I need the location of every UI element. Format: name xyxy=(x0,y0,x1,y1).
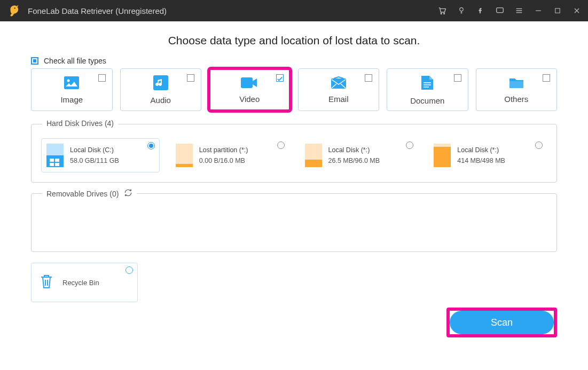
type-card-video[interactable]: Video xyxy=(209,68,291,111)
recycle-label: Recycle Bin xyxy=(62,279,99,287)
svg-rect-22 xyxy=(434,144,451,147)
type-label: Documen xyxy=(410,96,444,105)
app-logo-icon xyxy=(6,3,21,18)
disk-icon xyxy=(305,144,322,167)
recycle-radio[interactable] xyxy=(126,266,133,274)
disk-radio[interactable] xyxy=(147,142,155,149)
maximize-icon[interactable] xyxy=(553,6,562,15)
window-title: FoneLab Data Retriever (Unregistered) xyxy=(28,6,437,15)
svg-point-7 xyxy=(67,79,70,82)
type-card-document[interactable]: Documen xyxy=(387,68,468,111)
key-icon[interactable] xyxy=(457,6,466,15)
svg-rect-15 xyxy=(55,159,59,162)
disk-item-local2[interactable]: Local Disk (*:)414 MB/498 MB xyxy=(428,138,547,172)
svg-rect-19 xyxy=(176,164,193,167)
disk-item-local1[interactable]: Local Disk (*:)26.5 MB/96.0 MB xyxy=(300,138,418,172)
video-icon xyxy=(241,76,258,91)
disk-name: Local Disk (*:) xyxy=(457,145,505,155)
type-label: Image xyxy=(60,95,83,104)
disk-icon xyxy=(176,144,193,167)
refresh-icon[interactable] xyxy=(124,188,132,199)
document-icon xyxy=(420,75,434,93)
removable-section: Removable Drives (0) xyxy=(31,193,557,252)
type-checkbox[interactable] xyxy=(187,74,194,82)
trash-icon xyxy=(39,273,54,292)
type-card-image[interactable]: Image xyxy=(31,68,113,111)
disk-size: 58.0 GB/111 GB xyxy=(70,155,119,166)
svg-rect-18 xyxy=(176,144,193,164)
svg-rect-20 xyxy=(305,144,322,160)
cart-icon[interactable] xyxy=(437,6,447,15)
type-checkbox[interactable] xyxy=(276,74,284,82)
disk-name: Local Disk (C:) xyxy=(70,145,119,155)
window-controls xyxy=(437,6,582,15)
svg-point-3 xyxy=(460,7,463,11)
email-icon xyxy=(331,76,347,91)
svg-point-2 xyxy=(444,13,445,14)
type-label: Audio xyxy=(151,96,171,105)
feedback-icon[interactable] xyxy=(495,6,505,15)
type-checkbox[interactable] xyxy=(543,74,550,82)
recycle-bin-card[interactable]: Recycle Bin xyxy=(31,263,138,302)
page-heading: Choose data type and location of lost da… xyxy=(0,21,588,57)
svg-rect-23 xyxy=(434,147,451,167)
disk-icon xyxy=(434,144,451,167)
disk-size: 26.5 MB/96.0 MB xyxy=(328,155,380,166)
svg-rect-5 xyxy=(555,9,560,13)
disk-radio[interactable] xyxy=(277,141,285,149)
type-checkbox[interactable] xyxy=(98,74,106,82)
windows-disk-icon xyxy=(46,144,64,167)
hard-disk-title: Hard Disk Drives (4) xyxy=(42,119,118,128)
svg-rect-9 xyxy=(241,77,253,88)
type-label: Video xyxy=(239,95,260,104)
disk-radio[interactable] xyxy=(535,141,543,149)
minimize-icon[interactable] xyxy=(534,6,543,15)
image-icon xyxy=(64,76,80,92)
folder-icon xyxy=(508,76,524,91)
type-checkbox[interactable] xyxy=(454,74,461,82)
scan-highlight: Scan xyxy=(446,308,557,337)
audio-icon xyxy=(153,75,168,92)
svg-rect-16 xyxy=(50,163,54,166)
menu-icon[interactable] xyxy=(514,6,524,15)
type-checkbox[interactable] xyxy=(365,74,372,82)
disk-name: Local Disk (*:) xyxy=(328,145,380,155)
type-label: Others xyxy=(504,95,528,104)
close-icon[interactable] xyxy=(572,6,582,15)
disk-item-c[interactable]: Local Disk (C:)58.0 GB/111 GB xyxy=(41,138,160,172)
check-all-row[interactable]: Check all file types xyxy=(31,57,557,65)
scan-button[interactable]: Scan xyxy=(450,311,554,334)
svg-point-1 xyxy=(441,13,442,14)
type-card-audio[interactable]: Audio xyxy=(120,68,202,111)
type-card-email[interactable]: Email xyxy=(298,68,380,111)
svg-rect-11 xyxy=(509,81,523,88)
svg-rect-14 xyxy=(50,159,54,162)
svg-rect-12 xyxy=(46,144,64,155)
type-cards: Image Audio Video Email Documen Others xyxy=(31,68,557,111)
check-all-label: Check all file types xyxy=(44,57,106,65)
check-all-checkbox[interactable] xyxy=(31,57,38,65)
facebook-icon[interactable] xyxy=(476,6,485,15)
disk-size: 414 MB/498 MB xyxy=(457,155,505,166)
hard-disk-section: Hard Disk Drives (4) Local Disk (C:)58.0… xyxy=(31,124,557,183)
svg-rect-6 xyxy=(64,76,79,89)
titlebar: FoneLab Data Retriever (Unregistered) xyxy=(0,0,588,21)
type-card-others[interactable]: Others xyxy=(476,68,558,111)
disk-item-lost[interactable]: Lost partition (*:)0.00 B/16.0 MB xyxy=(170,138,289,172)
disk-radio[interactable] xyxy=(406,141,413,149)
svg-point-0 xyxy=(14,7,15,9)
type-label: Email xyxy=(328,95,349,104)
svg-rect-21 xyxy=(305,160,322,167)
removable-title: Removable Drives (0) xyxy=(46,190,119,198)
disk-name: Lost partition (*:) xyxy=(199,145,248,155)
svg-rect-17 xyxy=(55,163,59,166)
disk-size: 0.00 B/16.0 MB xyxy=(199,155,248,166)
